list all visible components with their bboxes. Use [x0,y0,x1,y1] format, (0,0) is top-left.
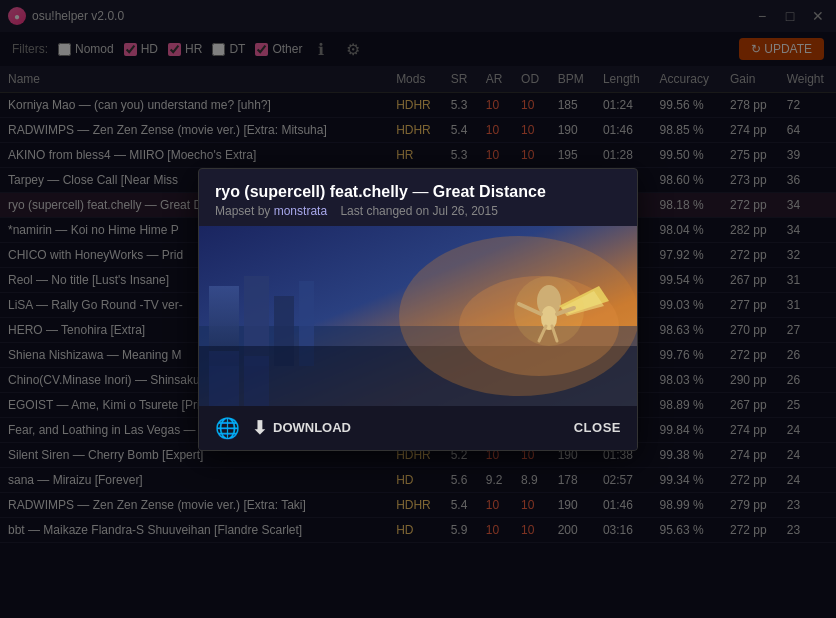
modal-header: ryo (supercell) feat.chelly — Great Dist… [199,169,637,226]
beatmap-modal: ryo (supercell) feat.chelly — Great Dist… [198,168,638,451]
modal-title: ryo (supercell) feat.chelly — Great Dist… [215,183,621,201]
modal-artwork [199,226,637,406]
svg-rect-7 [209,351,239,406]
modal-artist: ryo (supercell) feat.chelly [215,183,408,200]
mapset-label: Mapset by [215,204,270,218]
download-icon: ⬇ [252,417,267,439]
modal-footer: 🌐 ⬇ DOWNLOAD CLOSE [199,406,637,450]
download-label: DOWNLOAD [273,420,351,435]
modal-song: Great Distance [433,183,546,200]
last-changed-label: Last changed on [340,204,429,218]
modal-date: Jul 26, 2015 [433,204,498,218]
download-button[interactable]: ⬇ DOWNLOAD [252,417,351,439]
artwork-svg [199,226,637,406]
modal-overlay: ryo (supercell) feat.chelly — Great Dist… [0,0,836,618]
modal-mapper: monstrata [274,204,327,218]
modal-arrow: — [408,183,433,200]
modal-subtitle: Mapset by monstrata Last changed on Jul … [215,204,621,218]
close-modal-button[interactable]: CLOSE [574,420,621,435]
modal-footer-left: 🌐 ⬇ DOWNLOAD [215,416,351,440]
svg-point-19 [514,276,584,346]
svg-rect-8 [244,356,269,406]
globe-icon[interactable]: 🌐 [215,416,240,440]
